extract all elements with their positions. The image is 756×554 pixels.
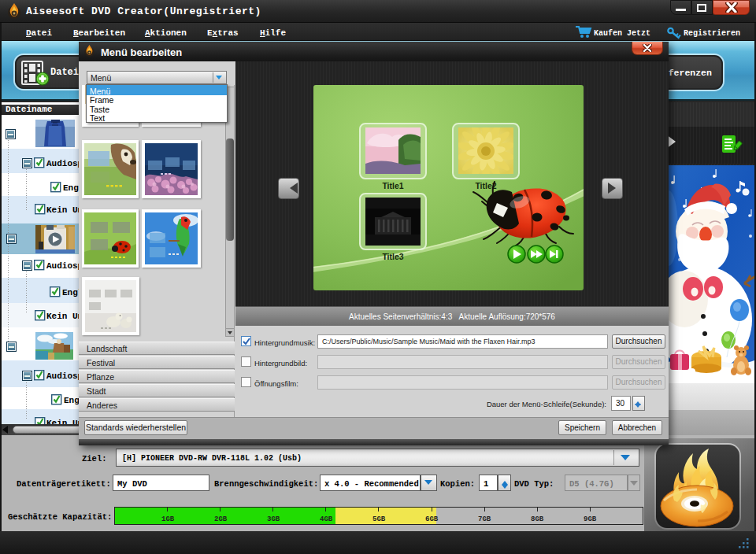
- svg-text:Title3: Title3: [382, 252, 403, 261]
- svg-text:Title1: Title1: [382, 181, 403, 190]
